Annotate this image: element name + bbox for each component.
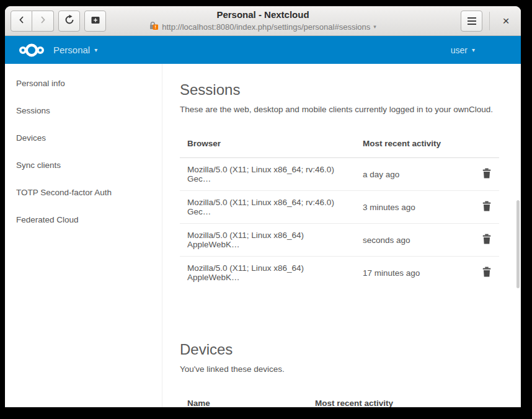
url-bar[interactable]: ! http://localhost:8080/index.php/settin… bbox=[120, 21, 406, 33]
scrollbar-thumb[interactable] bbox=[516, 200, 520, 288]
settings-content: Sessions These are the web, desktop and … bbox=[162, 64, 521, 407]
close-button[interactable]: × bbox=[497, 12, 515, 30]
trash-icon bbox=[482, 204, 492, 213]
devices-table: Name Most recent activity Android 10 day… bbox=[180, 392, 499, 407]
session-activity: 3 minutes ago bbox=[355, 191, 472, 224]
user-menu-label: user bbox=[451, 45, 468, 55]
main-area: Personal info Sessions Devices Sync clie… bbox=[5, 64, 521, 407]
browser-titlebar: Personal - Nextcloud ! http://localhost:… bbox=[5, 6, 521, 36]
back-button[interactable] bbox=[11, 11, 32, 32]
reload-button[interactable] bbox=[58, 11, 80, 32]
sessions-section: Sessions These are the web, desktop and … bbox=[180, 81, 502, 289]
session-browser: Mozilla/5.0 (X11; Linux x86_64) AppleWeb… bbox=[180, 224, 355, 257]
sessions-col-activity: Most recent activity bbox=[355, 133, 472, 158]
url-dropdown-caret-icon[interactable]: ▾ bbox=[373, 22, 376, 32]
back-icon bbox=[17, 15, 27, 27]
sessions-col-browser: Browser bbox=[180, 133, 355, 158]
table-row: Mozilla/5.0 (X11; Linux x86_64) AppleWeb… bbox=[180, 257, 499, 289]
sidebar-item-personal-info[interactable]: Personal info bbox=[5, 69, 162, 97]
settings-sidebar: Personal info Sessions Devices Sync clie… bbox=[5, 64, 162, 407]
titlebar-center: Personal - Nextcloud ! http://localhost:… bbox=[120, 9, 406, 33]
delete-session-button[interactable] bbox=[482, 168, 492, 179]
session-activity: seconds ago bbox=[355, 224, 472, 257]
forward-icon bbox=[38, 15, 48, 27]
devices-section: Devices You've linked these devices. Nam… bbox=[180, 341, 502, 407]
window-title: Personal - Nextcloud bbox=[120, 9, 406, 21]
delete-session-button[interactable] bbox=[482, 267, 492, 277]
sidebar-item-totp[interactable]: TOTP Second-factor Auth bbox=[5, 179, 162, 206]
menu-button[interactable] bbox=[461, 11, 482, 32]
reload-icon bbox=[64, 14, 75, 27]
titlebar-separator bbox=[489, 12, 490, 30]
devices-title: Devices bbox=[180, 341, 502, 358]
trash-icon bbox=[482, 237, 492, 246]
trash-icon bbox=[482, 171, 492, 180]
sidebar-item-devices[interactable]: Devices bbox=[5, 124, 162, 151]
sidebar-item-sessions[interactable]: Sessions bbox=[5, 97, 162, 124]
url-text: http://localhost:8080/index.php/settings… bbox=[162, 22, 370, 32]
session-browser: Mozilla/5.0 (X11; Linux x86_64) AppleWeb… bbox=[180, 257, 355, 289]
app-menu-caret-icon: ▾ bbox=[94, 46, 97, 53]
session-activity: 17 minutes ago bbox=[355, 257, 472, 289]
session-browser: Mozilla/5.0 (X11; Linux x86_64; rv:46.0)… bbox=[180, 191, 355, 224]
svg-text:!: ! bbox=[155, 24, 157, 30]
user-menu-caret-icon: ▾ bbox=[472, 46, 475, 53]
app-menu[interactable]: Personal ▾ bbox=[53, 45, 97, 55]
sidebar-item-federated-cloud[interactable]: Federated Cloud bbox=[5, 206, 162, 233]
sidebar-item-sync-clients[interactable]: Sync clients bbox=[5, 151, 162, 179]
devices-description: You've linked these devices. bbox=[180, 364, 502, 374]
devices-col-name: Name bbox=[180, 392, 308, 407]
table-row: Mozilla/5.0 (X11; Linux x86_64; rv:46.0)… bbox=[180, 191, 499, 224]
sessions-table: Browser Most recent activity Mozilla/5.0… bbox=[180, 133, 499, 289]
table-row: Mozilla/5.0 (X11; Linux x86_64; rv:46.0)… bbox=[180, 158, 499, 191]
devices-col-activity: Most recent activity bbox=[308, 392, 472, 407]
app-menu-label: Personal bbox=[53, 45, 90, 55]
titlebar-right: × bbox=[461, 11, 515, 32]
browser-window: Personal - Nextcloud ! http://localhost:… bbox=[5, 6, 521, 407]
hamburger-icon bbox=[468, 17, 476, 25]
sessions-description: These are the web, desktop and mobile cl… bbox=[180, 105, 502, 114]
nextcloud-logo-icon bbox=[19, 42, 45, 59]
forward-button[interactable] bbox=[32, 11, 54, 32]
delete-session-button[interactable] bbox=[482, 234, 492, 244]
new-tab-button[interactable] bbox=[84, 11, 106, 32]
table-row: Mozilla/5.0 (X11; Linux x86_64) AppleWeb… bbox=[180, 224, 499, 257]
user-menu[interactable]: user ▾ bbox=[451, 45, 475, 55]
insecure-lock-icon: ! bbox=[149, 21, 159, 33]
sessions-title: Sessions bbox=[180, 81, 502, 99]
session-browser: Mozilla/5.0 (X11; Linux x86_64; rv:46.0)… bbox=[180, 158, 355, 191]
nextcloud-header: Personal ▾ user ▾ bbox=[5, 36, 521, 64]
delete-session-button[interactable] bbox=[482, 201, 492, 211]
trash-icon bbox=[482, 270, 492, 279]
session-activity: a day ago bbox=[355, 158, 472, 191]
new-tab-icon bbox=[90, 14, 101, 27]
nav-button-group bbox=[11, 11, 54, 32]
